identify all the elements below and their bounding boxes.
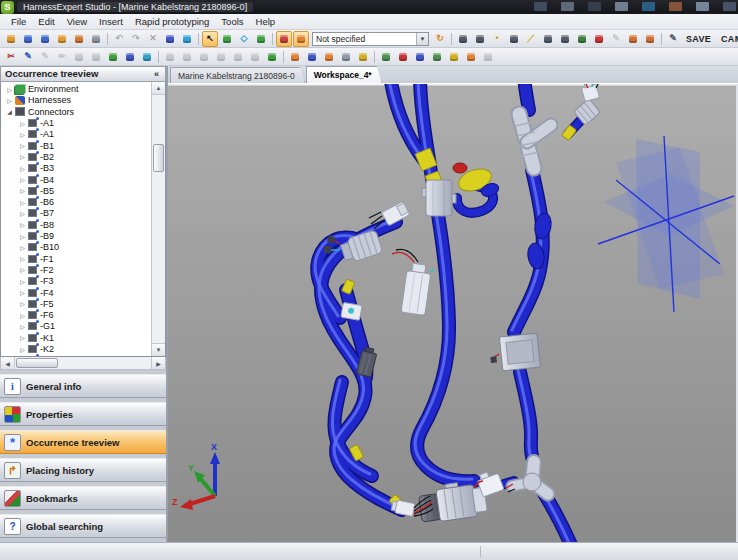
expand-arrow-icon[interactable]: ▷ (18, 312, 27, 319)
expand-arrow-icon[interactable]: ▷ (18, 323, 27, 330)
tree-item-f4[interactable]: ▷-F4 (1, 287, 151, 298)
redo-icon[interactable]: ↷ (128, 31, 144, 47)
panel-button-global-searching[interactable]: ?Global searching (0, 514, 166, 538)
edit-pen-icon[interactable]: ✎ (37, 49, 53, 65)
trim-icon[interactable] (247, 49, 263, 65)
menu-insert[interactable]: Insert (94, 15, 128, 28)
panel-button-general-info[interactable]: iGeneral info (0, 374, 166, 398)
expand-arrow-icon[interactable]: ▷ (18, 357, 27, 358)
measure-icon[interactable]: ／ (523, 31, 539, 47)
tree-item-harnesses[interactable]: ▷Harnesses (1, 95, 151, 106)
table-extra-icon[interactable] (480, 49, 496, 65)
table-edit-icon[interactable] (446, 49, 462, 65)
menu-edit[interactable]: Edit (33, 15, 59, 28)
add-branch-icon[interactable] (625, 31, 641, 47)
vertical-scroll-thumb[interactable] (153, 144, 164, 172)
sync-icon[interactable]: ↻ (432, 31, 448, 47)
loop-icon[interactable] (230, 49, 246, 65)
sketch-icon[interactable] (196, 49, 212, 65)
tab-workspace-4[interactable]: Workspace_4* (306, 66, 382, 83)
expand-arrow-icon[interactable]: ▷ (18, 131, 27, 138)
combo-dropdown-icon[interactable]: ▼ (416, 33, 428, 45)
tree-item-a1[interactable]: ▷-A1 (1, 117, 151, 128)
expand-arrow-icon[interactable]: ▷ (18, 334, 27, 341)
cut-icon[interactable]: ✂ (3, 49, 19, 65)
collapse-arrow-icon[interactable]: ◢ (5, 108, 14, 115)
panel-button-placing-history[interactable]: ↱Placing history (0, 458, 166, 482)
tree-item-b9[interactable]: ▷-B9 (1, 230, 151, 241)
expand-arrow-icon[interactable]: ▷ (18, 346, 27, 353)
delete-icon[interactable]: ✕ (145, 31, 161, 47)
menu-tools[interactable]: Tools (216, 15, 248, 28)
tree-item-b10[interactable]: ▷-B10 (1, 242, 151, 253)
expand-arrow-icon[interactable]: ▷ (18, 142, 27, 149)
expand-arrow-icon[interactable]: ▷ (18, 266, 27, 273)
curve-icon[interactable] (213, 49, 229, 65)
tree-item-b2[interactable]: ▷-B2 (1, 151, 151, 162)
expand-arrow-icon[interactable]: ▷ (5, 86, 14, 93)
panel-button-properties[interactable]: Properties (0, 402, 166, 426)
expand-arrow-icon[interactable]: ▷ (18, 199, 27, 206)
menu-help[interactable]: Help (251, 15, 281, 28)
add-segment-icon[interactable] (642, 31, 658, 47)
tree-item-f2[interactable]: ▷-F2 (1, 264, 151, 275)
translate-icon[interactable] (219, 31, 235, 47)
save-copy-icon[interactable] (37, 31, 53, 47)
expand-arrow-icon[interactable]: ▷ (18, 244, 27, 251)
angle-icon[interactable] (540, 31, 556, 47)
tree-item-b4[interactable]: ▷-B4 (1, 174, 151, 185)
assembly-icon[interactable] (179, 31, 195, 47)
tree-item-b1[interactable]: ▷-B1 (1, 140, 151, 151)
part-icon[interactable] (162, 31, 178, 47)
save-view-button[interactable]: SAVE (682, 34, 715, 44)
tree-item-environment[interactable]: ▷Environment (1, 84, 151, 95)
fillet-icon[interactable] (88, 49, 104, 65)
tree-item-k2[interactable]: ▷-K2 (1, 343, 151, 354)
segment-type-combo[interactable]: Not specified▼ (312, 32, 429, 46)
group-pen-icon[interactable] (355, 49, 371, 65)
group-add-icon[interactable] (321, 49, 337, 65)
table-apply-icon[interactable] (378, 49, 394, 65)
tree-item-f3[interactable]: ▷-F3 (1, 276, 151, 287)
scroll-left-icon[interactable]: ◀ (1, 357, 15, 369)
corner-icon[interactable] (71, 49, 87, 65)
tree-horizontal-scrollbar[interactable]: ◀ ▶ (0, 357, 166, 370)
expand-arrow-icon[interactable]: ▷ (18, 255, 27, 262)
group-new-icon[interactable] (287, 49, 303, 65)
pencil-icon[interactable]: ✏ (54, 49, 70, 65)
tree-item-b8[interactable]: ▷-B8 (1, 219, 151, 230)
route-icon[interactable] (506, 31, 522, 47)
tree-item-b3[interactable]: ▷-B3 (1, 163, 151, 174)
scroll-up-icon[interactable]: ▲ (152, 82, 165, 95)
bundle-update-icon[interactable] (139, 49, 155, 65)
print-icon[interactable] (88, 31, 104, 47)
filter-icon[interactable] (293, 31, 309, 47)
3d-harness-canvas[interactable]: .cO{stroke:#0e1280;stroke-width:14;fill:… (168, 84, 736, 542)
table-sync-icon[interactable] (412, 49, 428, 65)
tree-item-f6[interactable]: ▷-F6 (1, 309, 151, 320)
tree-item-a1[interactable]: ▷-A1 (1, 129, 151, 140)
expand-arrow-icon[interactable]: ▷ (18, 210, 27, 217)
tree-item-b5[interactable]: ▷-B5 (1, 185, 151, 196)
point-icon[interactable]: • (489, 31, 505, 47)
scroll-down-icon[interactable]: ▼ (152, 343, 165, 356)
menu-file[interactable]: File (6, 15, 31, 28)
undo-icon[interactable]: ↶ (111, 31, 127, 47)
camera-button[interactable]: CAMERA (717, 34, 738, 44)
annotate-icon[interactable]: ✎ (665, 31, 681, 47)
table-export-icon[interactable] (463, 49, 479, 65)
tap-icon[interactable] (179, 49, 195, 65)
expand-arrow-icon[interactable]: ▷ (18, 153, 27, 160)
import-icon[interactable] (71, 31, 87, 47)
table-check-icon[interactable] (429, 49, 445, 65)
tab-marine-kabelstrang[interactable]: Marine Kabelstrang 2180896-0 (170, 67, 305, 83)
fly-through-icon[interactable] (472, 31, 488, 47)
expand-arrow-icon[interactable]: ▷ (18, 278, 27, 285)
menu-view[interactable]: View (62, 15, 92, 28)
pin-icon[interactable] (591, 31, 607, 47)
viewport-3d[interactable]: .cO{stroke:#0e1280;stroke-width:14;fill:… (168, 84, 738, 542)
find-icon[interactable] (455, 31, 471, 47)
expand-arrow-icon[interactable]: ▷ (18, 221, 27, 228)
expand-arrow-icon[interactable]: ▷ (18, 176, 27, 183)
tree-item-connectors[interactable]: ◢Connectors (1, 106, 151, 117)
